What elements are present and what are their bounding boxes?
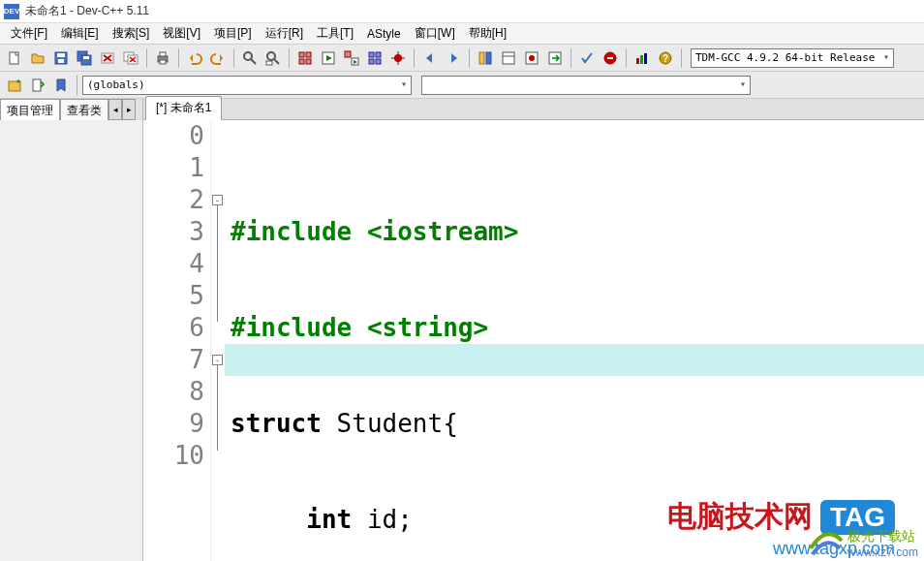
run-button[interactable] xyxy=(318,47,339,69)
close-all-button[interactable] xyxy=(120,47,141,69)
print-button[interactable] xyxy=(152,47,173,69)
replace-button[interactable] xyxy=(262,47,284,69)
toolbar-sep xyxy=(233,48,234,68)
svg-rect-37 xyxy=(486,52,491,64)
watermark-side-url: www.xz7.com xyxy=(847,545,918,559)
svg-rect-30 xyxy=(376,52,381,57)
code-line: #include <string> xyxy=(231,312,924,344)
menu-view[interactable]: 视图[V] xyxy=(156,23,207,44)
svg-point-17 xyxy=(244,52,252,60)
line-gutter: 0 1 2 3 4 5 6 7 8 9 10 xyxy=(143,120,211,561)
compile-button[interactable] xyxy=(294,47,316,69)
svg-rect-27 xyxy=(345,51,351,57)
sidebar-tab-project[interactable]: 项目管理 xyxy=(0,99,60,120)
svg-rect-51 xyxy=(33,79,41,91)
insert-button[interactable] xyxy=(27,75,48,96)
find-button[interactable] xyxy=(239,47,261,69)
sidebar: 项目管理 查看类 ◂ ▸ xyxy=(0,99,143,561)
toolbar-sep xyxy=(289,48,290,68)
svg-rect-21 xyxy=(266,61,272,65)
fold-toggle-icon[interactable]: - xyxy=(212,195,223,205)
nav-forward-button[interactable] xyxy=(443,47,464,69)
menu-astyle[interactable]: AStyle xyxy=(360,25,408,43)
fold-column: - - xyxy=(211,120,225,561)
title-bar: DEV 未命名1 - Dev-C++ 5.11 xyxy=(0,0,924,23)
swoosh-icon xyxy=(809,529,844,558)
scope-combo[interactable]: (globals) xyxy=(82,76,412,95)
menu-file[interactable]: 文件[F] xyxy=(4,23,54,44)
editor-area: [*] 未命名1 0 1 2 3 4 5 6 7 8 9 10 - - xyxy=(143,99,924,561)
line-number: 4 xyxy=(143,248,204,280)
menu-tools[interactable]: 工具[T] xyxy=(310,23,360,44)
workspace: 项目管理 查看类 ◂ ▸ [*] 未命名1 0 1 2 3 4 5 6 7 8 … xyxy=(0,99,924,561)
compile-run-button[interactable] xyxy=(341,47,362,69)
current-line-highlight xyxy=(225,344,924,376)
sidebar-tabs: 项目管理 查看类 ◂ ▸ xyxy=(0,99,142,120)
app-icon: DEV xyxy=(4,4,19,19)
panel-button-1[interactable] xyxy=(475,47,496,69)
svg-rect-16 xyxy=(160,60,166,64)
nav-back-button[interactable] xyxy=(419,47,441,69)
new-project-button[interactable] xyxy=(4,75,25,96)
stats-button[interactable] xyxy=(631,47,653,69)
bookmark-toggle-button[interactable] xyxy=(50,75,72,96)
save-button[interactable] xyxy=(50,47,72,69)
menu-bar: 文件[F] 编辑[E] 搜索[S] 视图[V] 项目[P] 运行[R] 工具[T… xyxy=(0,23,924,45)
line-number: 10 xyxy=(143,440,204,472)
toolbar-sep xyxy=(570,48,571,68)
svg-rect-38 xyxy=(503,52,514,64)
menu-help[interactable]: 帮助[H] xyxy=(462,23,513,44)
goto-button[interactable] xyxy=(544,47,566,69)
watermark-text-cn: 电脑技术网 xyxy=(667,497,813,537)
toolbar-sep xyxy=(681,48,682,68)
svg-line-18 xyxy=(251,59,256,64)
toolbar-sep xyxy=(146,48,147,68)
fold-toggle-icon[interactable]: - xyxy=(212,355,223,365)
svg-rect-44 xyxy=(607,57,613,59)
code-editor[interactable]: 0 1 2 3 4 5 6 7 8 9 10 - - #include <ios… xyxy=(143,120,924,561)
svg-rect-24 xyxy=(299,59,304,64)
menu-run[interactable]: 运行[R] xyxy=(259,23,310,44)
svg-point-19 xyxy=(267,52,275,60)
rebuild-button[interactable] xyxy=(364,47,385,69)
svg-rect-25 xyxy=(306,59,311,64)
redo-button[interactable] xyxy=(207,47,229,69)
menu-project[interactable]: 项目[P] xyxy=(207,23,259,44)
save-all-button[interactable] xyxy=(74,47,95,69)
menu-edit[interactable]: 编辑[E] xyxy=(54,23,106,44)
sidebar-tab-classes[interactable]: 查看类 xyxy=(60,99,108,120)
abort-button[interactable] xyxy=(600,47,621,69)
line-number: 3 xyxy=(143,216,204,248)
compiler-profile-combo[interactable]: TDM-GCC 4.9.2 64-bit Release xyxy=(691,48,894,68)
fold-guide xyxy=(217,365,218,451)
fold-guide xyxy=(217,205,218,322)
toolbar-sep xyxy=(77,76,77,95)
toolbar-sep xyxy=(414,48,415,68)
debug-button[interactable] xyxy=(387,47,409,69)
sidebar-tab-prev[interactable]: ◂ xyxy=(108,99,122,120)
sidebar-tab-next[interactable]: ▸ xyxy=(122,99,136,120)
svg-line-20 xyxy=(274,59,279,64)
toolbar-sep xyxy=(469,48,470,68)
undo-button[interactable] xyxy=(184,47,205,69)
menu-window[interactable]: 窗口[W] xyxy=(408,23,462,44)
panel-button-2[interactable] xyxy=(498,47,519,69)
code-line: #include <iostream> xyxy=(231,216,924,248)
check-button[interactable] xyxy=(576,47,598,69)
new-file-button[interactable] xyxy=(4,47,25,69)
svg-rect-31 xyxy=(369,59,374,64)
line-number: 5 xyxy=(143,280,204,312)
bookmark-button[interactable] xyxy=(521,47,542,69)
line-number: 0 xyxy=(143,120,204,152)
function-combo[interactable] xyxy=(421,76,751,95)
svg-rect-3 xyxy=(58,59,64,63)
svg-rect-6 xyxy=(83,56,89,59)
help-button[interactable]: ? xyxy=(655,47,676,69)
svg-rect-32 xyxy=(376,59,381,64)
toolbar-main: ? TDM-GCC 4.9.2 64-bit Release xyxy=(0,45,924,72)
menu-search[interactable]: 搜索[S] xyxy=(106,23,157,44)
close-button[interactable] xyxy=(97,47,118,69)
code-text[interactable]: #include <iostream> #include <string> st… xyxy=(225,120,924,561)
open-button[interactable] xyxy=(27,47,48,69)
editor-tab-active[interactable]: [*] 未命名1 xyxy=(145,96,222,120)
